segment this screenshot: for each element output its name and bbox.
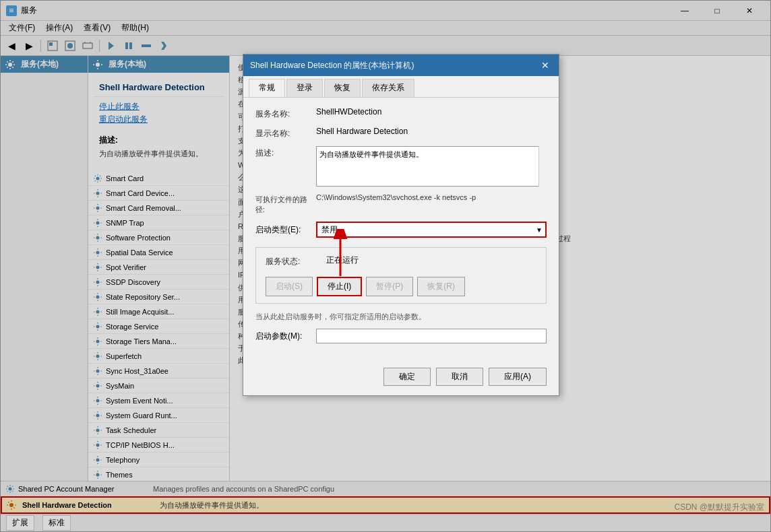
tab-general[interactable]: 常规 <box>249 79 285 97</box>
startup-params-row: 启动参数(M): <box>255 329 547 343</box>
status-buttons: 启动(S) 停止(I) 暂停(P) 恢复(R) <box>266 277 536 296</box>
status-label: 服务状态: <box>266 255 326 267</box>
desc-label: 描述: <box>255 146 316 159</box>
startup-row: 启动类型(E): 禁用 自动 自动(延迟启动) 手动 ▼ <box>255 222 547 238</box>
ok-button[interactable]: 确定 <box>383 368 431 386</box>
status-value: 正在运行 <box>326 255 359 266</box>
display-name-value: Shell Hardware Detection <box>316 127 547 136</box>
path-row: 可执行文件的路径: C:\Windows\System32\svchost.ex… <box>255 193 547 215</box>
dialog-footer: 确定 取消 应用(A) <box>243 362 559 395</box>
resume-button[interactable]: 恢复(R) <box>417 277 465 296</box>
start-hint: 当从此处启动服务时，你可指定所适用的启动参数。 <box>255 312 547 322</box>
apply-button[interactable]: 应用(A) <box>489 368 547 386</box>
dialog-content: 服务名称: ShellHWDetection 显示名称: Shell Hardw… <box>243 98 559 362</box>
path-value: C:\Windows\System32\svchost.exe -k netsv… <box>316 193 476 201</box>
pause-button[interactable]: 暂停(P) <box>366 277 413 296</box>
textarea-scrollbar <box>538 146 547 187</box>
startup-label: 启动类型(E): <box>255 224 316 236</box>
dialog-tabs: 常规 登录 恢复 依存关系 <box>243 76 559 98</box>
display-name-label: 显示名称: <box>255 127 316 139</box>
desc-textarea-wrapper: 为自动播放硬件事件提供通知。 <box>316 146 547 187</box>
startup-params-label: 启动参数(M): <box>255 331 316 342</box>
service-name-row: 服务名称: ShellHWDetection <box>255 107 547 120</box>
path-label: 可执行文件的路径: <box>255 193 316 215</box>
status-section: 服务状态: 正在运行 启动(S) 停止(I) 暂停(P) 恢复(R) <box>255 247 547 304</box>
stop-button[interactable]: 停止(I) <box>317 277 362 296</box>
service-name-value: ShellHWDetection <box>316 107 547 117</box>
desc-textarea[interactable]: 为自动播放硬件事件提供通知。 <box>316 146 547 187</box>
dialog-close-button[interactable]: ✕ <box>538 59 552 72</box>
start-button[interactable]: 启动(S) <box>266 277 313 296</box>
dialog-title: Shell Hardware Detection 的属性(本地计算机) <box>250 60 414 71</box>
startup-select[interactable]: 禁用 自动 自动(延迟启动) 手动 <box>316 222 547 238</box>
status-row: 服务状态: 正在运行 <box>266 255 536 271</box>
display-name-row: 显示名称: Shell Hardware Detection <box>255 127 547 139</box>
tab-dependencies[interactable]: 依存关系 <box>362 79 414 97</box>
description-row: 描述: 为自动播放硬件事件提供通知。 <box>255 146 547 187</box>
cancel-button[interactable]: 取消 <box>436 368 483 386</box>
tab-login[interactable]: 登录 <box>286 79 323 97</box>
service-name-label: 服务名称: <box>255 107 316 120</box>
properties-dialog: Shell Hardware Detection 的属性(本地计算机) ✕ 常规… <box>243 54 559 396</box>
dialog-title-bar: Shell Hardware Detection 的属性(本地计算机) ✕ <box>243 55 559 76</box>
startup-select-wrapper: 禁用 自动 自动(延迟启动) 手动 ▼ <box>316 222 547 238</box>
tab-recovery[interactable]: 恢复 <box>324 79 361 97</box>
startup-params-input[interactable] <box>316 329 547 343</box>
